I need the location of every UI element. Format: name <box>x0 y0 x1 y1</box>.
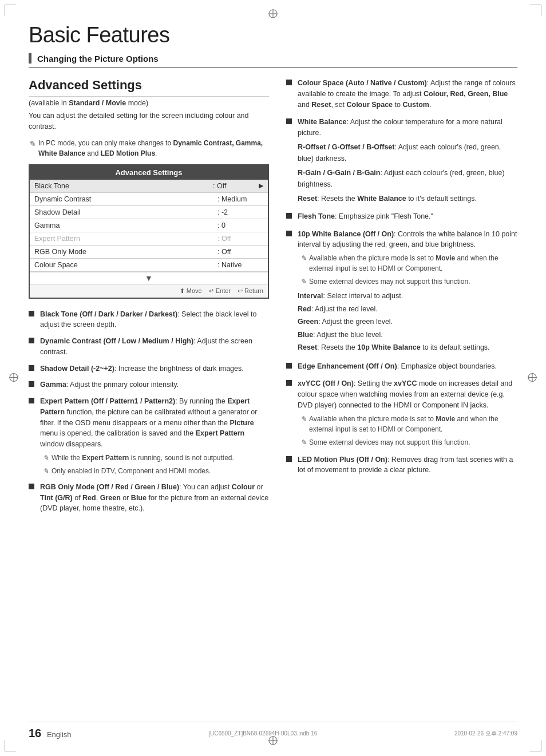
row-label: Dynamic Contrast <box>34 195 217 203</box>
table-row[interactable]: Dynamic Contrast : Medium <box>30 193 268 206</box>
sub-note-text: While the Expert Pattern is running, sou… <box>52 453 234 463</box>
settings-nav-bar: ⬆ Move ↵ Enter ↩ Return <box>30 284 268 298</box>
availability-note: (available in Standard / Movie mode) <box>29 99 269 107</box>
note-icon: ✎ <box>29 138 35 150</box>
bullet-icon <box>286 363 292 369</box>
bullet-content: Colour Space (Auto / Native / Custom): A… <box>298 78 517 110</box>
indent-para: R-Gain / G-Gain / B-Gain: Adjust each co… <box>298 167 517 190</box>
footer-date: 2010-02-26 오후 2:47:09 <box>454 730 517 738</box>
page-title: Basic Features <box>29 23 517 48</box>
footer-file: [UC6500_ZT]BN68-02694H-00L03.indb 16 <box>208 730 317 737</box>
bullet-item: Shadow Detail (-2~+2): Increase the brig… <box>29 363 269 374</box>
bullet-content: Edge Enhancement (Off / On): Emphasize o… <box>298 361 517 372</box>
sub-note-icon: ✎ <box>300 437 306 448</box>
note-block: ✎ In PC mode, you can only make changes … <box>29 138 269 159</box>
bullet-content: Dynamic Contrast (Off / Low / Medium / H… <box>40 336 269 358</box>
bullet-item: Dynamic Contrast (Off / Low / Medium / H… <box>29 336 269 358</box>
bullet-icon <box>29 381 34 387</box>
bullet-icon <box>29 311 34 316</box>
settings-table: Advanced Settings Black Tone : Off ▶ Dyn… <box>29 164 269 299</box>
page-number-block: 16 English <box>29 727 72 740</box>
bullet-item: Flesh Tone: Emphasize pink "Flesh Tone." <box>286 211 517 222</box>
return-label: Return <box>244 287 263 294</box>
bullet-content: RGB Only Mode (Off / Red / Green / Blue)… <box>40 482 269 514</box>
row-arrow: ▶ <box>259 182 263 189</box>
page-number: 16 <box>29 727 41 739</box>
left-bullet-section: Black Tone (Off / Dark / Darker / Darkes… <box>29 309 269 514</box>
indent-para: R-Offset / G-Offset / B-Offset: Adjust e… <box>298 141 517 164</box>
row-label: Gamma <box>34 221 217 229</box>
sub-note-text: Available when the picture mode is set t… <box>309 253 517 274</box>
right-column: Colour Space (Auto / Native / Custom): A… <box>286 78 517 520</box>
bullet-icon <box>286 231 292 236</box>
row-label: Colour Space <box>34 261 217 269</box>
row-value: : -2 <box>217 208 263 216</box>
enter-icon: ↵ <box>209 287 214 295</box>
sub-note-icon: ✎ <box>43 466 49 476</box>
row-value: : Off <box>217 248 263 256</box>
bullet-content: LED Motion Plus (Off / On): Removes drag… <box>298 454 517 476</box>
sub-note: ✎ Some external devices may not support … <box>300 437 517 448</box>
sub-note: ✎ Available when the picture mode is set… <box>300 253 517 274</box>
bullet-content: Expert Pattern (Off / Pattern1 / Pattern… <box>40 396 269 476</box>
section-heading-text: Changing the Picture Options <box>37 54 159 64</box>
bullet-icon <box>286 380 292 386</box>
sub-note-text: Only enabled in DTV, Component and HDMI … <box>52 466 211 476</box>
bullet-item: Gamma: Adjust the primary colour intensi… <box>29 379 269 390</box>
bullet-icon <box>29 365 34 371</box>
sub-note-icon: ✎ <box>43 453 49 463</box>
row-label: RGB Only Mode <box>34 248 217 256</box>
center-crosshair-bottom <box>267 735 279 748</box>
bullet-content: White Balance: Adjust the colour tempera… <box>298 117 517 204</box>
table-row[interactable]: Expert Pattern : Off <box>30 232 268 246</box>
sub-note-icon: ✎ <box>300 253 306 263</box>
row-value: : Off <box>217 235 263 243</box>
sub-note: ✎ Available when the picture mode is set… <box>300 414 517 434</box>
return-icon: ↩ <box>238 287 243 295</box>
desc-text: You can adjust the detailed setting for … <box>29 110 269 132</box>
table-row[interactable]: Shadow Detail : -2 <box>30 206 268 219</box>
adv-heading: Advanced Settings <box>29 78 269 97</box>
indent-para: Reset: Resets the White Balance to it's … <box>298 193 517 204</box>
bullet-item: LED Motion Plus (Off / On): Removes drag… <box>286 454 517 476</box>
table-row[interactable]: Gamma : 0 <box>30 219 268 232</box>
bullet-item: 10p White Balance (Off / On): Controls t… <box>286 229 517 354</box>
settings-table-header: Advanced Settings <box>30 165 268 180</box>
bullet-content: Shadow Detail (-2~+2): Increase the brig… <box>40 363 269 374</box>
table-row[interactable]: Black Tone : Off ▶ <box>30 180 268 193</box>
sub-note-text: Some external devices may not support th… <box>309 276 470 287</box>
bullet-content: Gamma: Adjust the primary colour intensi… <box>40 379 269 390</box>
bullet-item: Edge Enhancement (Off / On): Emphasize o… <box>286 361 517 372</box>
sub-note: ✎ While the Expert Pattern is running, s… <box>43 453 269 463</box>
bullet-item: Expert Pattern (Off / Pattern1 / Pattern… <box>29 396 269 476</box>
bullet-icon <box>286 118 292 124</box>
row-label: Shadow Detail <box>34 208 217 216</box>
heading-bar <box>29 53 31 64</box>
bullet-item: RGB Only Mode (Off / Red / Green / Blue)… <box>29 482 269 514</box>
bullet-icon <box>29 398 34 403</box>
bullet-content: xvYCC (Off / On): Setting the xvYCC mode… <box>298 378 517 447</box>
left-column: Advanced Settings (available in Standard… <box>29 78 269 520</box>
sub-note-icon: ✎ <box>300 414 306 424</box>
scroll-down-indicator: ▼ <box>30 272 268 284</box>
bullet-item: Black Tone (Off / Dark / Darker / Darkes… <box>29 309 269 331</box>
row-value: : 0 <box>217 221 263 229</box>
enter-label: Enter <box>216 287 231 294</box>
sub-note-text: Some external devices may not support th… <box>309 437 470 448</box>
sub-note-icon: ✎ <box>300 276 306 287</box>
table-row[interactable]: Colour Space : Native <box>30 259 268 272</box>
sub-list: Interval: Select interval to adjust. Red… <box>298 290 517 354</box>
row-value: : Native <box>217 261 263 269</box>
row-value: : Off <box>213 182 259 190</box>
nav-return: ↩ Return <box>238 287 263 295</box>
note-text: In PC mode, you can only make changes to… <box>38 138 269 159</box>
table-row[interactable]: RGB Only Mode : Off <box>30 246 268 259</box>
nav-move: ⬆ Move <box>180 287 202 295</box>
sub-note: ✎ Some external devices may not support … <box>300 276 517 287</box>
bullet-icon <box>29 338 34 343</box>
move-icon: ⬆ <box>180 287 185 295</box>
bullet-icon <box>286 213 292 219</box>
row-label: Black Tone <box>34 182 213 190</box>
bullet-icon <box>286 80 292 85</box>
bullet-icon <box>29 484 34 489</box>
